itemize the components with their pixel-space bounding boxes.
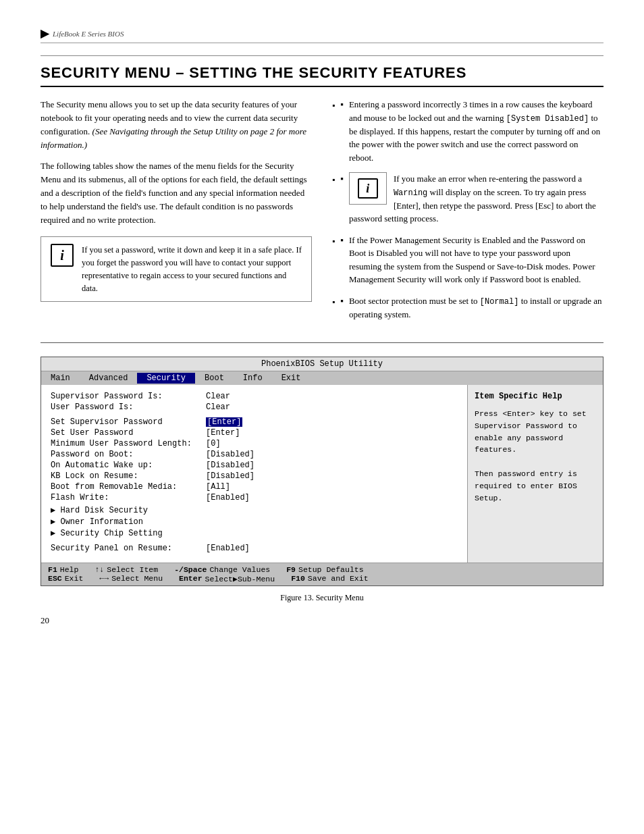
bios-password-boot-value: [Disabled] bbox=[206, 450, 254, 459]
bios-boot-removable-label: Boot from Removable Media: bbox=[51, 482, 206, 492]
bios-min-length-row: Minimum User Password Length: [0] bbox=[51, 439, 458, 448]
info-icon-left: i bbox=[51, 244, 74, 267]
bios-kb-lock-value: [Disabled] bbox=[206, 471, 254, 481]
bullet-1: ▪ Entering a password incorrectly 3 time… bbox=[332, 98, 603, 164]
bios-min-length-value: [0] bbox=[206, 439, 221, 448]
bios-menu-security[interactable]: Security bbox=[137, 373, 195, 384]
bios-auto-wake-row: On Automatic Wake up: [Disabled] bbox=[51, 461, 458, 470]
bios-boot-removable-value: [All] bbox=[206, 482, 230, 492]
bios-menu-info[interactable]: Info bbox=[234, 373, 272, 384]
bios-password-boot-row: Password on Boot: [Disabled] bbox=[51, 450, 458, 459]
bios-kb-lock-label: KB Lock on Resume: bbox=[51, 471, 206, 481]
bios-panel-value: [Enabled] bbox=[206, 544, 250, 553]
bios-flash-write-label: Flash Write: bbox=[51, 493, 206, 502]
bios-screen: PhoenixBIOS Setup Utility Main Advanced … bbox=[41, 357, 603, 586]
bios-footer-space: -/Space Change Values bbox=[174, 565, 270, 574]
bullet-4: ▪ Boot sector protection must be set to … bbox=[332, 294, 603, 321]
bios-footer-ud: ↑↓ Select Item bbox=[95, 565, 158, 574]
bios-auto-wake-label: On Automatic Wake up: bbox=[51, 461, 206, 470]
bios-supervisor-password-row: Supervisor Password Is: Clear bbox=[51, 392, 458, 401]
feature-bullets: ▪ Entering a password incorrectly 3 time… bbox=[332, 98, 603, 321]
bios-footer-esc: ESC Exit bbox=[48, 574, 83, 583]
bios-footer-f10: F10 Save and Exit bbox=[291, 574, 368, 583]
bios-supervisor-password-label: Supervisor Password Is: bbox=[51, 392, 206, 401]
bios-user-password-value: Clear bbox=[206, 402, 230, 412]
bios-footer-enter: Enter Select▶Sub-Menu bbox=[179, 574, 275, 583]
bios-help-title: Item Specific Help bbox=[475, 390, 596, 402]
bios-title-bar: PhoenixBIOS Setup Utility bbox=[41, 357, 603, 371]
bios-boot-removable-row: Boot from Removable Media: [All] bbox=[51, 482, 458, 492]
bullet-2: ▪ i If you make an error when re-enterin… bbox=[332, 172, 603, 226]
bios-submenu-chip[interactable]: ▶ Security Chip Setting bbox=[51, 528, 458, 538]
bios-footer: F1 Help ↑↓ Select Item -/Space Change Va… bbox=[41, 563, 603, 585]
bios-flash-write-value: [Enabled] bbox=[206, 493, 250, 502]
bios-footer-f9: F9 Setup Defaults bbox=[286, 565, 363, 574]
bios-min-length-label: Minimum User Password Length: bbox=[51, 439, 206, 448]
page-header: ▶ LifeBook E Series BIOS bbox=[41, 27, 603, 43]
breadcrumb: LifeBook E Series BIOS bbox=[53, 30, 124, 38]
bios-set-supervisor-row: Set Supervisor Password [Enter] bbox=[51, 417, 458, 427]
bullet-3: ▪ If the Power Management Security is En… bbox=[332, 234, 603, 286]
bios-menu-exit[interactable]: Exit bbox=[272, 373, 311, 384]
bios-menu-boot[interactable]: Boot bbox=[195, 373, 234, 384]
bios-set-user-label: Set User Password bbox=[51, 428, 206, 438]
bios-panel-label: Security Panel on Resume: bbox=[51, 544, 206, 553]
bios-set-user-value: [Enter] bbox=[206, 428, 240, 438]
bios-footer-row-1: F1 Help ↑↓ Select Item -/Space Change Va… bbox=[48, 565, 596, 574]
bios-menu-main[interactable]: Main bbox=[41, 373, 80, 384]
bios-submenu-owner[interactable]: ▶ Owner Information bbox=[51, 517, 458, 527]
bios-submenu-harddisk[interactable]: ▶ Hard Disk Security bbox=[51, 505, 458, 515]
bios-help-panel: Item Specific Help Press <Enter> key to … bbox=[468, 385, 603, 563]
bios-auto-wake-value: [Disabled] bbox=[206, 461, 254, 470]
page-title: Security Menu – Setting the Security Fea… bbox=[41, 64, 603, 87]
bios-footer-f1: F1 Help bbox=[48, 565, 78, 574]
bios-menu-bar: Main Advanced Security Boot Info Exit bbox=[41, 371, 603, 385]
bios-set-supervisor-label: Set Supervisor Password bbox=[51, 417, 206, 427]
header-arrow: ▶ bbox=[41, 27, 49, 40]
bios-kb-lock-row: KB Lock on Resume: [Disabled] bbox=[51, 471, 458, 481]
bios-body: Supervisor Password Is: Clear User Passw… bbox=[41, 385, 603, 563]
bullet-section: ▪ Entering a password incorrectly 3 time… bbox=[332, 98, 603, 329]
bios-user-password-label: User Password Is: bbox=[51, 402, 206, 412]
info-box-right: i bbox=[349, 172, 387, 205]
bios-footer-lr: ←→ Select Menu bbox=[99, 574, 163, 583]
bios-panel-row: Security Panel on Resume: [Enabled] bbox=[51, 544, 458, 553]
intro-para2: The following tables show the names of t… bbox=[41, 159, 312, 228]
info-box-left-text: If you set a password, write it down and… bbox=[82, 244, 302, 294]
bios-set-user-row: Set User Password [Enter] bbox=[51, 428, 458, 438]
intro-para1: The Security menu allows you to set up t… bbox=[41, 98, 312, 153]
bios-set-supervisor-value: [Enter] bbox=[206, 417, 242, 427]
bullet-marker-1: ▪ bbox=[340, 98, 344, 164]
bios-password-boot-label: Password on Boot: bbox=[51, 450, 206, 459]
bios-main-panel: Supervisor Password Is: Clear User Passw… bbox=[41, 385, 468, 563]
bios-title: PhoenixBIOS Setup Utility bbox=[261, 359, 383, 369]
bios-footer-row-2: ESC Exit ←→ Select Menu Enter Select▶Sub… bbox=[48, 574, 596, 583]
bios-user-password-row: User Password Is: Clear bbox=[51, 402, 458, 412]
info-icon-right: i bbox=[358, 178, 378, 199]
info-box-left: i If you set a password, write it down a… bbox=[41, 236, 312, 302]
bios-help-text: Press <Enter> key to set Supervisor Pass… bbox=[475, 408, 596, 504]
figure-caption: Figure 13. Security Menu bbox=[41, 593, 603, 603]
bullet-marker-3: ▪ bbox=[340, 234, 344, 286]
bios-menu-advanced[interactable]: Advanced bbox=[80, 373, 138, 384]
page-number: 20 bbox=[41, 615, 603, 626]
intro-left: The Security menu allows you to set up t… bbox=[41, 98, 312, 329]
bullet-marker-2: ▪ bbox=[340, 172, 344, 186]
bullet-marker-4: ▪ bbox=[340, 294, 344, 321]
bios-flash-write-row: Flash Write: [Enabled] bbox=[51, 493, 458, 502]
bios-supervisor-password-value: Clear bbox=[206, 392, 230, 401]
